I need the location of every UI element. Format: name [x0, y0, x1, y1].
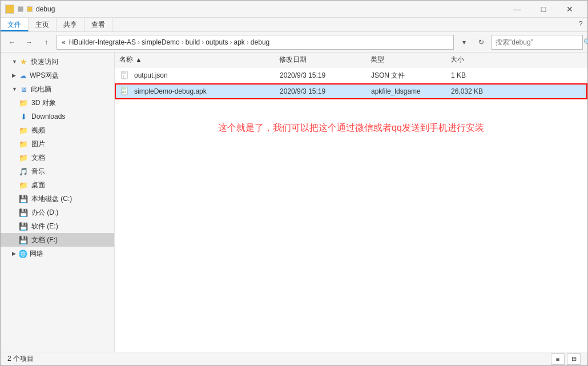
- sidebar-label-drive-d: 办公 (D:): [31, 208, 58, 218]
- close-button[interactable]: ✕: [557, 1, 583, 18]
- sidebar-item-drive-d[interactable]: 💾 办公 (D:): [1, 206, 114, 219]
- path-segment-outputs: outputs: [206, 38, 228, 46]
- chevron-down-icon: ▼: [12, 59, 17, 65]
- sidebar-item-pictures[interactable]: 📁 图片: [1, 137, 114, 151]
- title-bar-left: debug: [5, 5, 55, 14]
- folder-desktop-icon: 📁: [19, 180, 28, 190]
- search-box[interactable]: 🔍: [492, 35, 583, 50]
- file-date-1: 2020/9/3 15:19: [280, 87, 371, 95]
- sidebar-label-videos: 视频: [31, 126, 45, 135]
- app-icon3: [27, 6, 33, 12]
- network-icon: 🌐: [18, 249, 27, 258]
- sidebar-item-music[interactable]: 🎵 音乐: [1, 164, 114, 178]
- music-icon: 🎵: [19, 167, 28, 176]
- drive-d-icon: 💾: [19, 208, 28, 217]
- file-type-1: apkfile_ldsgame: [371, 87, 451, 95]
- sidebar: ▼ ★ 快速访问 ▶ ☁ WPS网盘 ▼ 🖥 此电脑 📁 3D 对象: [1, 53, 115, 352]
- tab-home[interactable]: 主页: [29, 18, 57, 31]
- sidebar-label-wps: WPS网盘: [30, 71, 59, 81]
- details-view-button[interactable]: ≡: [551, 353, 565, 365]
- path-segment-hbuilder: HBuilder-Integrate-AS: [69, 38, 136, 46]
- path-segment-1: «: [62, 38, 66, 46]
- minimize-button[interactable]: —: [504, 1, 530, 18]
- path-dropdown-button[interactable]: ▾: [457, 35, 471, 49]
- file-icon-json: {}: [119, 70, 131, 81]
- back-button[interactable]: ←: [5, 35, 19, 49]
- svg-text:APK: APK: [122, 91, 127, 94]
- view-controls: ≡ ⊞: [551, 353, 581, 365]
- col-header-type[interactable]: 类型: [370, 55, 450, 65]
- table-row[interactable]: APK simpleDemo-debug.apk 2020/9/3 15:19 …: [115, 83, 587, 99]
- drive-f-icon: 💾: [19, 235, 28, 244]
- sidebar-label-documents: 文档: [31, 153, 45, 163]
- cloud-icon: ☁: [18, 71, 27, 80]
- title-bar: debug — □ ✕: [1, 1, 587, 18]
- sidebar-item-documents[interactable]: 📁 文档: [1, 151, 114, 164]
- sidebar-label-this-pc: 此电脑: [31, 85, 51, 94]
- tiles-view-button[interactable]: ⊞: [567, 353, 581, 365]
- sidebar-item-drive-f[interactable]: 💾 文档 (F:): [1, 233, 114, 247]
- file-name-1: simpleDemo-debug.apk: [134, 87, 280, 95]
- sidebar-item-wps[interactable]: ▶ ☁ WPS网盘: [1, 69, 114, 82]
- help-button[interactable]: ?: [574, 18, 587, 29]
- file-date-0: 2020/9/3 15:19: [280, 71, 371, 79]
- tab-view[interactable]: 查看: [84, 18, 112, 31]
- file-icon-apk: APK: [119, 86, 131, 97]
- window: debug — □ ✕ 文件 主页 共享 查看 ? ← → ↑ « HBuild…: [0, 0, 588, 366]
- address-bar: ← → ↑ « HBuilder-Integrate-AS › simpleDe…: [1, 32, 587, 53]
- col-header-date[interactable]: 修改日期: [279, 55, 370, 65]
- drive-e-icon: 💾: [19, 222, 28, 231]
- file-list: {} output.json 2020/9/3 15:19 JSON 文件 1 …: [115, 67, 587, 352]
- sidebar-label-drive-e: 软件 (E:): [31, 222, 58, 231]
- sidebar-label-network: 网络: [30, 249, 43, 259]
- app-icon2: [18, 6, 23, 12]
- maximize-button[interactable]: □: [530, 1, 557, 18]
- sidebar-item-videos[interactable]: 📁 视频: [1, 123, 114, 137]
- sidebar-label-downloads: Downloads: [31, 112, 65, 120]
- pc-icon: 🖥: [19, 85, 29, 94]
- chevron-right-icon2: ▶: [12, 251, 16, 256]
- sidebar-item-3d[interactable]: 📁 3D 对象: [1, 96, 114, 110]
- sidebar-item-drive-c[interactable]: 💾 本地磁盘 (C:): [1, 192, 114, 206]
- svg-rect-1: [122, 71, 126, 74]
- ribbon-tabs: 文件 主页 共享 查看 ?: [1, 18, 587, 31]
- svg-rect-4: [122, 87, 126, 90]
- path-segment-apk: apk: [234, 38, 245, 46]
- sidebar-item-downloads[interactable]: ⬇ Downloads: [1, 110, 114, 123]
- up-button[interactable]: ↑: [39, 35, 53, 49]
- sort-icon: ▲: [135, 56, 142, 64]
- refresh-button[interactable]: ↻: [474, 35, 488, 49]
- app-icon: [5, 5, 14, 14]
- sidebar-item-this-pc[interactable]: ▼ 🖥 此电脑: [1, 82, 114, 96]
- sidebar-label-pictures: 图片: [31, 139, 45, 149]
- sidebar-item-drive-e[interactable]: 💾 软件 (E:): [1, 219, 114, 233]
- item-count: 2 个项目: [7, 354, 34, 364]
- tab-file[interactable]: 文件: [1, 18, 29, 31]
- file-size-0: 1 KB: [451, 71, 508, 79]
- chevron-right-icon: ▶: [12, 73, 16, 78]
- folder-videos-icon: 📁: [19, 126, 28, 135]
- path-segment-debug: debug: [251, 38, 269, 46]
- folder-documents-icon: 📁: [19, 153, 28, 162]
- sidebar-item-desktop[interactable]: 📁 桌面: [1, 178, 114, 192]
- address-path[interactable]: « HBuilder-Integrate-AS › simpleDemo › b…: [57, 35, 454, 50]
- file-area: 名称 ▲ 修改日期 类型 大小 {}: [115, 53, 587, 352]
- col-header-size[interactable]: 大小: [450, 55, 508, 65]
- title-controls: — □ ✕: [504, 1, 583, 18]
- window-title: debug: [36, 5, 55, 13]
- chevron-down-icon2: ▼: [12, 86, 17, 92]
- file-list-header: 名称 ▲ 修改日期 类型 大小: [115, 53, 587, 67]
- download-icon: ⬇: [19, 112, 28, 121]
- tab-share[interactable]: 共享: [57, 18, 84, 31]
- sidebar-label-drive-c: 本地磁盘 (C:): [31, 194, 72, 204]
- sidebar-item-network[interactable]: ▶ 🌐 网络: [1, 247, 114, 260]
- path-segment-simpledemo: simpleDemo: [142, 38, 180, 46]
- col-header-name[interactable]: 名称 ▲: [119, 55, 279, 65]
- annotation-text: 这个就是了，我们可以把这个通过微信或者qq发送到手机进行安装: [115, 99, 587, 157]
- table-row[interactable]: {} output.json 2020/9/3 15:19 JSON 文件 1 …: [115, 67, 587, 83]
- forward-button[interactable]: →: [22, 35, 36, 49]
- search-input[interactable]: [496, 38, 581, 46]
- file-size-1: 26,032 KB: [451, 87, 508, 95]
- sidebar-item-quick-access[interactable]: ▼ ★ 快速访问: [1, 55, 114, 69]
- folder-3d-icon: 📁: [19, 98, 28, 107]
